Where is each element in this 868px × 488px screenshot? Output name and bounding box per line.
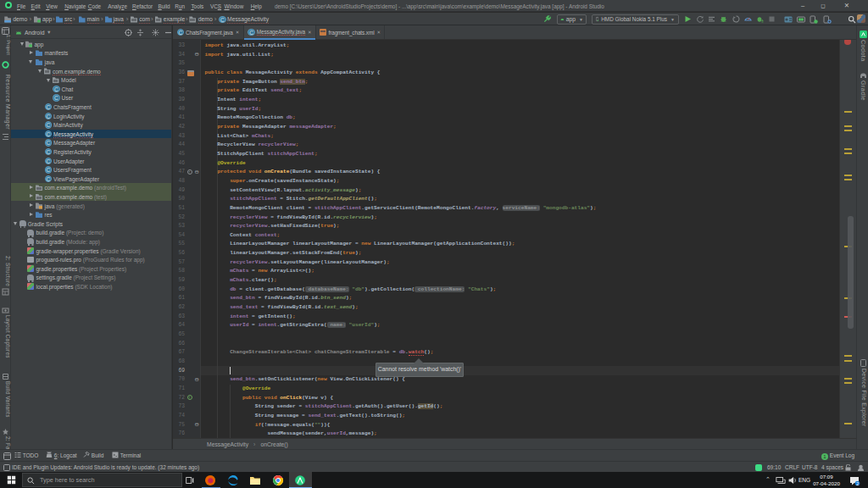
svg-text:2: 2	[856, 480, 859, 485]
